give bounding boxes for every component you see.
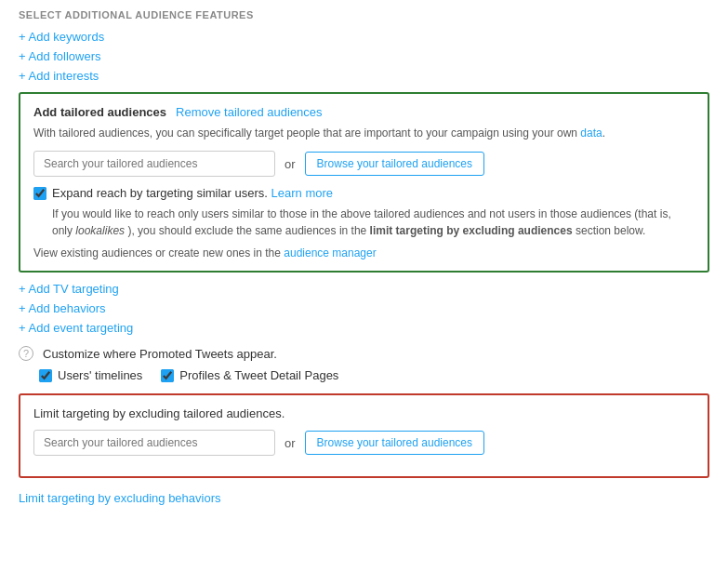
timelines-row: Users' timelines Profiles & Tweet Detail… [19, 368, 709, 382]
expand-reach-checkbox[interactable] [33, 187, 46, 200]
tailored-search-row: or Browse your tailored audiences [33, 151, 695, 177]
add-keywords-link[interactable]: + Add keywords [19, 30, 709, 44]
tailored-audiences-box: Add tailored audiences Remove tailored a… [19, 92, 709, 273]
add-interests-link[interactable]: + Add interests [19, 69, 709, 83]
audience-manager-row: View existing audiences or create new on… [33, 246, 695, 259]
or-text-2: or [285, 436, 296, 450]
remove-tailored-audiences-link[interactable]: Remove tailored audiences [176, 105, 323, 119]
tailored-box-title: Add tailored audiences [33, 105, 166, 119]
customize-label: Customize where Promoted Tweets appear. [43, 347, 277, 361]
add-tv-targeting-link[interactable]: + Add TV targeting [19, 282, 709, 296]
limit-behaviors-link[interactable]: Limit targeting by excluding behaviors [19, 491, 221, 505]
tailored-box-header: Add tailored audiences Remove tailored a… [33, 105, 695, 119]
exclude-search-row: or Browse your tailored audiences [33, 430, 695, 456]
add-followers-link[interactable]: + Add followers [19, 49, 709, 63]
profiles-checkbox[interactable] [161, 369, 174, 382]
question-badge: ? [19, 346, 33, 361]
add-event-targeting-link[interactable]: + Add event targeting [19, 321, 709, 335]
profiles-item: Profiles & Tweet Detail Pages [161, 368, 338, 382]
lookalike-note: If you would like to reach only users si… [33, 206, 695, 239]
users-timelines-label: Users' timelines [58, 368, 142, 382]
or-text-1: or [285, 157, 296, 171]
expand-reach-row: Expand reach by targeting similar users.… [33, 186, 695, 200]
add-behaviors-link[interactable]: + Add behaviors [19, 301, 709, 315]
learn-more-link[interactable]: Learn more [271, 186, 333, 200]
profiles-label: Profiles & Tweet Detail Pages [179, 368, 338, 382]
tailored-search-input[interactable] [33, 151, 275, 177]
exclude-search-input[interactable] [33, 430, 275, 456]
tailored-description: With tailored audiences, you can specifi… [33, 125, 695, 141]
exclude-tailored-audiences-box: Limit targeting by excluding tailored au… [19, 393, 709, 478]
customize-row: ? Customize where Promoted Tweets appear… [19, 346, 709, 361]
browse-exclude-tailored-button[interactable]: Browse your tailored audiences [305, 431, 484, 455]
users-timelines-item: Users' timelines [39, 368, 142, 382]
audience-manager-link[interactable]: audience manager [284, 246, 376, 259]
section-header: SELECT ADDITIONAL AUDIENCE FEATURES [19, 9, 709, 20]
data-link[interactable]: data [580, 126, 602, 140]
expand-reach-label: Expand reach by targeting similar users.… [52, 186, 333, 200]
users-timelines-checkbox[interactable] [39, 369, 52, 382]
browse-tailored-audiences-button[interactable]: Browse your tailored audiences [305, 152, 484, 176]
exclude-title: Limit targeting by excluding tailored au… [33, 406, 695, 420]
